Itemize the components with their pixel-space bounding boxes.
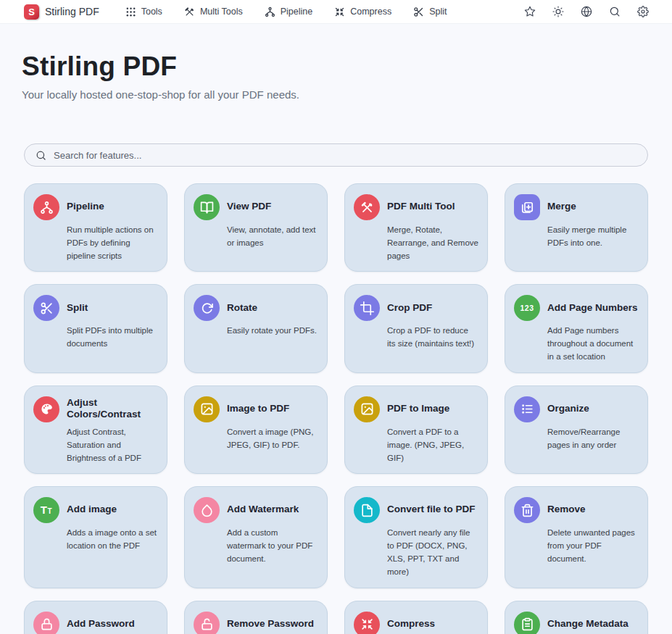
search-input[interactable] — [54, 150, 636, 161]
tool-card-crop-pdf[interactable]: Crop PDF Crop a PDF to reduce its size (… — [344, 284, 488, 372]
tool-card-split[interactable]: Split Split PDFs into multiple documents — [24, 284, 167, 372]
theme-light-icon[interactable] — [552, 6, 564, 18]
page-title: Stirling PDF — [22, 51, 672, 82]
tool-card-description: Easily merge multiple PDFs into one. — [547, 224, 639, 250]
page-subtitle: Your locally hosted one-stop-shop for al… — [22, 88, 672, 101]
tool-card-add-page-numbers[interactable]: 123 Add Page Numbers Add Page numbers th… — [505, 284, 648, 372]
palette-icon — [33, 396, 59, 422]
logo-letter: S — [28, 7, 35, 17]
clipboard-icon — [514, 612, 540, 634]
nav-item-split[interactable]: Split — [413, 7, 447, 17]
tool-card-add-image[interactable]: TT Add image Adds a image onto a set loc… — [24, 486, 167, 588]
tool-card-title: Compress — [387, 611, 478, 634]
tools-icon — [184, 7, 195, 17]
list-icon — [514, 396, 540, 422]
merge-pages-icon — [514, 194, 540, 220]
tool-card-text: Convert file to PDF Convert nearly any f… — [387, 496, 478, 578]
tool-card-remove-password[interactable]: Remove Password Remove password protecti… — [184, 601, 328, 634]
nav-item-tools[interactable]: Tools — [125, 7, 162, 17]
compress-icon — [334, 7, 345, 17]
tool-card-remove[interactable]: Remove Delete unwanted pages from your P… — [505, 486, 648, 588]
search-icon — [36, 150, 46, 161]
nav-item-label: Multi Tools — [200, 7, 243, 17]
tool-card-title: Pipeline — [67, 193, 158, 220]
pipeline-icon — [33, 194, 59, 220]
tool-card-text: Compress Compress PDFs to reduce their f… — [387, 611, 478, 634]
tool-card-text: PDF to Image Convert a PDF to a image. (… — [387, 396, 478, 464]
favorites-star-icon[interactable] — [523, 6, 536, 18]
nav-right-actions — [523, 6, 649, 18]
tool-card-title: PDF to Image — [387, 396, 478, 422]
tool-card-view-pdf[interactable]: View PDF View, annotate, add text or ima… — [184, 183, 328, 272]
book-open-icon — [194, 194, 220, 220]
tool-card-image-to-pdf[interactable]: Image to PDF Convert a image (PNG, JPEG,… — [184, 385, 328, 474]
tool-card-description: Add Page numbers throughout a document i… — [547, 325, 639, 363]
tool-card-description: Crop a PDF to reduce its size (maintains… — [387, 325, 478, 351]
tool-card-add-watermark[interactable]: Add Watermark Add a custom watermark to … — [184, 486, 328, 588]
tool-card-organize[interactable]: Organize Remove/Rearrange pages in any o… — [505, 385, 648, 474]
brand-name: Stirling PDF — [45, 6, 99, 17]
tool-card-description: Convert nearly any file to PDF (DOCX, PN… — [387, 527, 478, 578]
nav-item-pipeline[interactable]: Pipeline — [265, 7, 312, 17]
settings-gear-icon[interactable] — [636, 6, 649, 18]
grid-icon — [125, 7, 136, 17]
nav-item-label: Pipeline — [281, 7, 312, 17]
tool-card-description: Merge, Rotate, Rearrange, and Remove pag… — [387, 224, 478, 262]
tool-card-title: Remove — [547, 496, 639, 523]
tool-card-text: Image to PDF Convert a image (PNG, JPEG,… — [227, 396, 318, 464]
tool-card-text: Remove Password Remove password protecti… — [227, 611, 318, 634]
tool-card-title: Split — [67, 294, 158, 321]
tool-card-title: Add Password — [67, 611, 158, 634]
tool-card-pdf-multi-tool[interactable]: PDF Multi Tool Merge, Rotate, Rearrange,… — [344, 183, 488, 272]
trash-icon — [514, 497, 540, 523]
tool-cards-grid: Pipeline Run multiple actions on PDFs by… — [24, 183, 648, 634]
language-globe-icon[interactable] — [580, 6, 592, 18]
tool-card-text: Change Metadata Change/Remove/Add metada… — [547, 611, 639, 634]
nav-item-compress[interactable]: Compress — [334, 7, 391, 17]
tool-card-description: Convert a image (PNG, JPEG, GIF) to PDF. — [227, 426, 318, 452]
tool-card-text: Pipeline Run multiple actions on PDFs by… — [67, 193, 158, 262]
tool-card-title: Change Metadata — [547, 611, 639, 634]
tool-card-change-metadata[interactable]: Change Metadata Change/Remove/Add metada… — [505, 601, 648, 634]
tool-card-adjust-colors-contrast[interactable]: Adjust Colors/Contrast Adjust Contrast, … — [24, 385, 167, 474]
tool-card-description: Convert a PDF to a image. (PNG, JPEG, GI… — [387, 426, 478, 464]
tool-card-description: Adds a image onto a set location on the … — [67, 527, 158, 553]
tool-card-text: Remove Delete unwanted pages from your P… — [547, 496, 639, 578]
tool-card-title: Rotate — [227, 294, 318, 321]
unlock-icon — [194, 612, 220, 634]
pipeline-icon — [265, 7, 275, 17]
tool-card-text: PDF Multi Tool Merge, Rotate, Rearrange,… — [387, 193, 478, 262]
app-brand[interactable]: S Stirling PDF — [24, 4, 99, 20]
numbers-123-icon: 123 — [514, 295, 540, 321]
tool-card-title: Add Watermark — [227, 496, 318, 523]
nav-item-multi-tools[interactable]: Multi Tools — [184, 7, 243, 17]
tool-card-title: Crop PDF — [387, 294, 478, 321]
image-icon — [354, 396, 380, 422]
tool-card-text: Add Watermark Add a custom watermark to … — [227, 496, 318, 578]
text-type-icon: TT — [33, 497, 59, 523]
droplet-icon — [194, 497, 220, 523]
tool-card-pdf-to-image[interactable]: PDF to Image Convert a PDF to a image. (… — [344, 385, 488, 474]
tool-card-description: Run multiple actions on PDFs by defining… — [67, 224, 158, 262]
tools-icon — [354, 194, 380, 220]
tool-card-pipeline[interactable]: Pipeline Run multiple actions on PDFs by… — [24, 183, 167, 272]
lock-icon — [33, 612, 59, 634]
rotate-icon — [194, 295, 220, 321]
tool-card-rotate[interactable]: Rotate Easily rotate your PDFs. — [184, 284, 328, 372]
search-icon[interactable] — [608, 6, 621, 18]
tool-card-title: PDF Multi Tool — [387, 193, 478, 220]
nav-item-label: Compress — [350, 7, 391, 17]
tool-card-add-password[interactable]: Add Password Encrypt your PDF document w… — [24, 601, 167, 634]
tool-card-compress[interactable]: Compress Compress PDFs to reduce their f… — [344, 601, 488, 634]
crop-icon — [354, 295, 380, 321]
tool-card-text: Crop PDF Crop a PDF to reduce its size (… — [387, 294, 478, 363]
nav-item-label: Split — [429, 7, 447, 17]
tool-card-merge[interactable]: Merge Easily merge multiple PDFs into on… — [505, 183, 648, 272]
tool-card-description: Add a custom watermark to your PDF docum… — [227, 527, 318, 565]
scissors-icon — [413, 7, 424, 17]
scissors-icon — [33, 295, 59, 321]
tool-card-title: Merge — [547, 193, 639, 220]
tool-card-convert-file-to-pdf[interactable]: Convert file to PDF Convert nearly any f… — [344, 486, 488, 588]
tool-card-description: View, annotate, add text or images — [227, 224, 318, 250]
tool-card-text: View PDF View, annotate, add text or ima… — [227, 193, 318, 262]
